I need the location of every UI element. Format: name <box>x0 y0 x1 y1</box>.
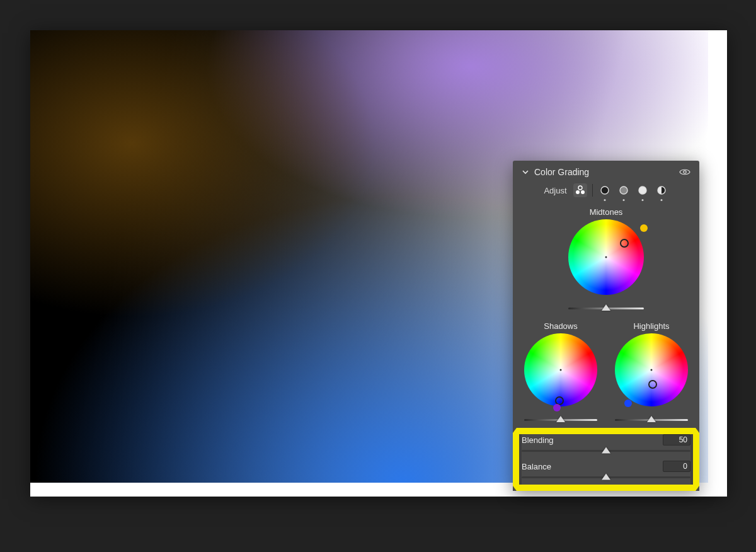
blending-value-input[interactable]: 50 <box>663 434 690 446</box>
slider-thumb[interactable] <box>647 416 656 422</box>
balance-label: Balance <box>522 462 551 471</box>
svg-point-1 <box>578 186 582 190</box>
highlights-column: Highlights <box>607 318 696 423</box>
shadows-hue-dot[interactable] <box>553 404 561 411</box>
adjust-midtones-icon[interactable] <box>617 183 631 197</box>
adjust-mode-row: Adjust <box>513 181 699 204</box>
balance-value-input[interactable]: 0 <box>663 461 690 472</box>
svg-point-2 <box>576 190 580 194</box>
panel-title: Color Grading <box>534 167 679 177</box>
midtones-wheel-group <box>513 219 699 315</box>
shadows-column: Shadows <box>517 318 605 423</box>
visibility-eye-icon[interactable] <box>679 168 690 176</box>
balance-slider[interactable] <box>522 473 690 481</box>
slider-thumb[interactable] <box>602 474 610 480</box>
svg-point-5 <box>620 187 627 194</box>
midtones-label: Midtones <box>513 207 699 217</box>
shadows-luminance-slider[interactable] <box>524 417 597 423</box>
svg-point-3 <box>581 190 585 194</box>
highlights-picker-ring[interactable] <box>648 380 657 389</box>
wheel-center-dot <box>651 369 653 371</box>
collapse-chevron-icon[interactable] <box>522 168 529 176</box>
blending-slider[interactable] <box>522 447 690 454</box>
midtones-hue-dot[interactable] <box>640 224 648 232</box>
slider-thumb[interactable] <box>602 447 610 454</box>
slider-thumb[interactable] <box>556 416 565 422</box>
highlights-color-wheel[interactable] <box>615 333 688 406</box>
adjust-label: Adjust <box>544 186 566 195</box>
wheel-center-dot <box>605 256 607 258</box>
blending-balance-highlight: Blending 50 Balance 0 <box>513 428 699 491</box>
midtones-color-wheel[interactable] <box>568 219 644 295</box>
panel-header: Color Grading <box>513 161 699 181</box>
blending-label: Blending <box>522 435 554 445</box>
midtones-picker-ring[interactable] <box>620 239 629 248</box>
highlights-luminance-slider[interactable] <box>615 417 688 423</box>
shadows-label: Shadows <box>544 321 577 331</box>
adjust-shadows-icon[interactable] <box>598 183 612 197</box>
adjust-highlights-icon[interactable] <box>636 183 650 197</box>
midtones-luminance-slider[interactable] <box>568 305 644 311</box>
color-grading-panel: Color Grading Adjust <box>513 161 699 491</box>
svg-point-0 <box>684 171 686 173</box>
slider-thumb[interactable] <box>602 304 610 311</box>
separator <box>592 184 593 197</box>
wheel-center-dot <box>560 369 562 371</box>
shadows-color-wheel[interactable] <box>524 333 597 406</box>
highlights-hue-dot[interactable] <box>624 400 632 407</box>
svg-point-6 <box>639 187 646 194</box>
svg-point-4 <box>601 187 609 194</box>
adjust-global-icon[interactable] <box>655 183 668 197</box>
shadows-highlights-row: Shadows Highlights <box>513 315 699 424</box>
balance-row: Balance 0 <box>522 461 690 472</box>
adjust-three-way-icon[interactable] <box>573 183 587 197</box>
highlights-label: Highlights <box>633 321 669 331</box>
blending-row: Blending 50 <box>522 434 690 446</box>
